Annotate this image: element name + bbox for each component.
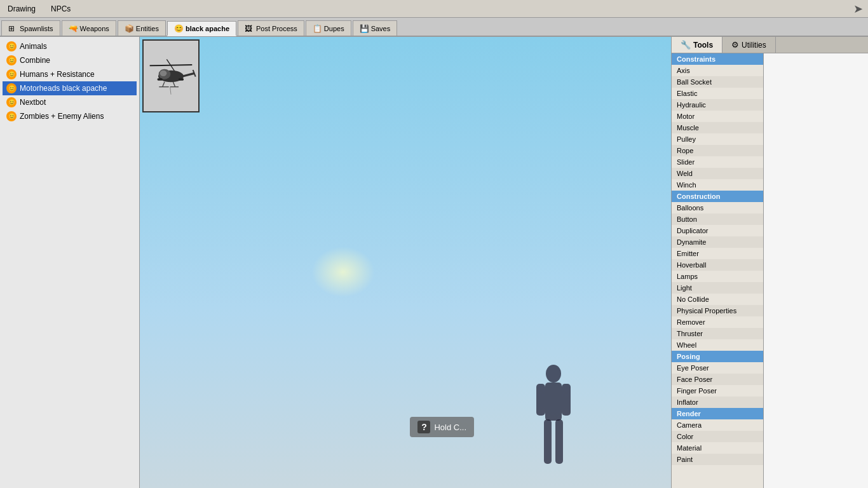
npcs-icon: 😊 (174, 24, 183, 33)
tools-tab-bar: 🔧 Tools ⚙ Utilities (672, 37, 868, 53)
tool-preview-area (764, 53, 868, 488)
menu-npcs[interactable]: NPCs (48, 3, 73, 15)
svg-line-13 (170, 86, 171, 94)
tool-button[interactable]: Button (672, 214, 763, 225)
tab-saves-label: Saves (371, 25, 391, 32)
tab-spawnlists-label: Spawnlists (20, 25, 53, 32)
tool-finger-poser[interactable]: Finger Poser (672, 385, 763, 396)
tool-light[interactable]: Light (672, 282, 763, 294)
category-animals[interactable]: 😊 Animals (3, 39, 137, 53)
spawnlists-icon: ⊞ (8, 24, 17, 33)
tab-entities-label: Entities (136, 25, 159, 32)
tool-camera[interactable]: Camera (672, 419, 763, 431)
entities-icon: 📦 (125, 24, 133, 33)
tools-tab-icon: 🔧 (681, 40, 691, 50)
tab-weapons[interactable]: 🔫 Weapons (62, 20, 116, 36)
tool-muscle[interactable]: Muscle (672, 122, 763, 133)
npc-category-list: 😊 Animals 😊 Combine 😊 Humans + Resistanc… (0, 37, 139, 488)
zombies-icon: 😊 (6, 111, 17, 121)
main-content: 😊 Animals 😊 Combine 😊 Humans + Resistanc… (0, 37, 868, 488)
tool-motor[interactable]: Motor (672, 111, 763, 122)
tool-material[interactable]: Material (672, 442, 763, 454)
tool-duplicator[interactable]: Duplicator (672, 225, 763, 236)
tool-weld[interactable]: Weld (672, 168, 763, 179)
tool-thruster[interactable]: Thruster (672, 328, 763, 339)
tool-winch[interactable]: Winch (672, 179, 763, 191)
tab-dupes[interactable]: 📋 Dupes (306, 20, 351, 36)
tab-utilities[interactable]: ⚙ Utilities (722, 37, 776, 53)
tab-tools[interactable]: 🔧 Tools (672, 37, 722, 53)
tool-axis[interactable]: Axis (672, 65, 763, 76)
tool-balloons[interactable]: Balloons (672, 202, 763, 214)
tab-spawnlists[interactable]: ⊞ Spawnlists (1, 20, 60, 36)
svg-line-8 (173, 81, 175, 86)
tool-paint[interactable]: Paint (672, 454, 763, 465)
tool-slider[interactable]: Slider (672, 156, 763, 168)
tool-remover[interactable]: Remover (672, 316, 763, 328)
tool-hydraulic[interactable]: Hydraulic (672, 99, 763, 111)
tool-elastic[interactable]: Elastic (672, 88, 763, 99)
hold-c-tooltip: ? Hold C... (410, 417, 474, 437)
tool-rope[interactable]: Rope (672, 145, 763, 156)
tooltip-question-icon: ? (417, 421, 430, 433)
left-panel: 😊 Animals 😊 Combine 😊 Humans + Resistanc… (0, 37, 140, 488)
tool-no-collide[interactable]: No Collide (672, 294, 763, 305)
tab-weapons-label: Weapons (80, 25, 109, 32)
category-humans-label: Humans + Resistance (20, 70, 95, 79)
weapons-icon: 🔫 (69, 24, 78, 33)
category-zombies[interactable]: 😊 Zombies + Enemy Aliens (3, 109, 137, 123)
tool-hoverball[interactable]: Hoverball (672, 259, 763, 271)
menu-drawing[interactable]: Drawing (5, 3, 38, 15)
svg-rect-15 (545, 383, 562, 421)
svg-point-4 (160, 70, 167, 76)
tool-color[interactable]: Color (672, 431, 763, 442)
tab-entities[interactable]: 📦 Entities (118, 20, 166, 36)
tab-saves[interactable]: 💾 Saves (353, 20, 398, 36)
right-panel: 🔧 Tools ⚙ Utilities Constraints Axis Bal… (671, 37, 868, 488)
tool-pulley[interactable]: Pulley (672, 133, 763, 145)
utilities-tab-icon: ⚙ (731, 40, 739, 50)
svg-line-7 (163, 81, 165, 86)
svg-rect-19 (555, 419, 563, 464)
tab-npcs[interactable]: 😊 black apache (167, 21, 236, 36)
svg-rect-12 (179, 78, 184, 80)
tool-dynamite[interactable]: Dynamite (672, 236, 763, 248)
tool-face-poser[interactable]: Face Poser (672, 374, 763, 385)
category-humans[interactable]: 😊 Humans + Resistance (3, 67, 137, 81)
category-motorheads-label: Motorheads black apache (20, 84, 107, 93)
nextbot-icon: 😊 (6, 97, 17, 107)
tool-lamps[interactable]: Lamps (672, 271, 763, 282)
category-animals-label: Animals (20, 42, 47, 51)
category-combine-label: Combine (20, 56, 50, 65)
render-header: Render (672, 408, 763, 419)
tooltip-text: Hold C... (434, 423, 466, 432)
npc-thumbnail[interactable] (142, 39, 200, 112)
combine-icon: 😊 (6, 55, 17, 65)
expand-arrow-icon[interactable]: ➤ (853, 2, 863, 16)
tool-physical-properties[interactable]: Physical Properties (672, 305, 763, 316)
npc-thumbnail-image (144, 41, 198, 111)
motorheads-icon: 😊 (6, 83, 17, 93)
tab-postprocess-label: Post Process (256, 25, 297, 32)
tool-inflator[interactable]: Inflator (672, 396, 763, 408)
tools-list-container: Constraints Axis Ball Socket Elastic Hyd… (672, 53, 868, 488)
svg-rect-18 (544, 419, 552, 464)
svg-point-14 (546, 365, 561, 383)
tool-emitter[interactable]: Emitter (672, 248, 763, 259)
postprocess-icon: 🖼 (245, 24, 254, 33)
category-nextbot[interactable]: 😊 Nextbot (3, 95, 137, 109)
category-zombies-label: Zombies + Enemy Aliens (20, 112, 104, 121)
tab-dupes-label: Dupes (324, 25, 344, 32)
tool-wheel[interactable]: Wheel (672, 339, 763, 351)
tool-eye-poser[interactable]: Eye Poser (672, 362, 763, 374)
tool-ball-socket[interactable]: Ball Socket (672, 76, 763, 88)
tab-bar: ⊞ Spawnlists 🔫 Weapons 📦 Entities 😊 blac… (0, 18, 868, 37)
tools-scrollable-list[interactable]: Constraints Axis Ball Socket Elastic Hyd… (672, 53, 764, 488)
svg-rect-17 (562, 384, 571, 416)
category-motorheads[interactable]: 😊 Motorheads black apache (3, 81, 137, 95)
category-combine[interactable]: 😊 Combine (3, 53, 137, 67)
menu-bar: Drawing NPCs ➤ (0, 0, 868, 18)
posing-header: Posing (672, 351, 763, 362)
tab-postprocess[interactable]: 🖼 Post Process (238, 20, 304, 36)
tab-npcs-label: black apache (186, 25, 229, 32)
